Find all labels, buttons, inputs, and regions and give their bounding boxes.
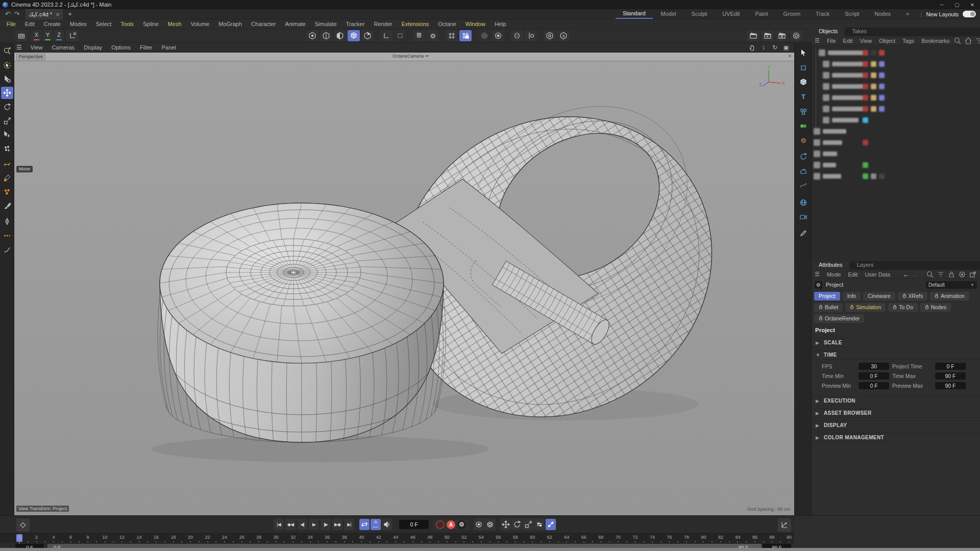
viewport-solo-button[interactable] — [478, 30, 491, 41]
attributes-menu-user-data[interactable]: User Data — [862, 271, 893, 278]
objects-menu-bookmarks[interactable]: Bookmarks — [918, 37, 952, 44]
viewport-menu-display[interactable]: Display — [79, 43, 107, 52]
menu-window[interactable]: Window — [461, 20, 490, 28]
object-row[interactable] — [812, 92, 980, 104]
prev-key-button[interactable]: ◆◀ — [285, 519, 296, 530]
spline-pen-tool[interactable] — [1, 158, 13, 170]
render-settings-button[interactable] — [776, 30, 788, 41]
menu-tools[interactable]: Tools — [116, 20, 138, 28]
record-parameter-button[interactable] — [534, 519, 545, 530]
forward-icon[interactable]: → — [912, 271, 918, 278]
keyframe-settings-button[interactable]: ⚙ — [457, 520, 466, 529]
record-scene-button[interactable] — [436, 520, 445, 529]
palette-cube-icon[interactable] — [797, 76, 810, 89]
render-view-button[interactable] — [747, 30, 760, 41]
layout-tab-track[interactable]: Track — [808, 10, 837, 18]
tab-objects[interactable]: Objects — [812, 28, 845, 36]
attribute-tab-cineware[interactable]: Cineware — [863, 292, 895, 300]
object-tag-chip[interactable] — [863, 72, 868, 78]
palette-spline-icon[interactable] — [797, 179, 810, 192]
dolly-icon[interactable]: ↕ — [760, 44, 768, 51]
modeling-settings-button[interactable] — [544, 30, 556, 41]
object-tag-chip[interactable] — [871, 106, 876, 112]
attributes-burger-icon[interactable]: ☰ — [815, 271, 820, 278]
palette-rectangle-icon[interactable] — [797, 61, 810, 74]
time_min-field[interactable]: 0 F — [859, 372, 889, 380]
preset-dropdown[interactable]: Default ▼ — [926, 281, 977, 289]
next-key-button[interactable]: ▶◆ — [332, 519, 342, 530]
section-scale[interactable]: ▶SCALE — [812, 338, 980, 347]
palette-protractor-icon[interactable] — [797, 164, 810, 178]
layout-tab-script[interactable]: Script — [838, 10, 866, 18]
sound-button[interactable] — [382, 519, 392, 530]
popout-icon[interactable] — [969, 270, 977, 279]
object-tag-chip[interactable] — [879, 72, 885, 78]
record-position-button[interactable] — [501, 519, 511, 530]
redo-icon[interactable]: ↷ — [12, 10, 21, 18]
menu-help[interactable]: Help — [490, 20, 511, 28]
live-selection-tool[interactable] — [1, 59, 13, 71]
multi-transform-tool[interactable] — [1, 143, 13, 155]
orbit-icon[interactable]: ↻ — [771, 44, 779, 51]
tab-close-icon[interactable]: ✕ — [56, 12, 60, 17]
axis-lock-x-button[interactable]: X — [32, 30, 41, 41]
object-tag-chip[interactable] — [863, 61, 868, 67]
back-icon[interactable]: ← — [903, 271, 909, 278]
menu-character[interactable]: Character — [247, 20, 280, 28]
object-tag-chip[interactable] — [863, 140, 868, 145]
attribute-tab-bullet[interactable]: Bullet — [814, 303, 843, 312]
palette-sphere-array-icon[interactable] — [797, 105, 810, 118]
tweak-tool[interactable] — [1, 73, 13, 85]
viewport-menu-view[interactable]: View — [26, 43, 47, 52]
loop-playback-button[interactable] — [359, 519, 370, 530]
menu-file[interactable]: File — [2, 20, 20, 28]
jump-start-button[interactable]: |◀ — [274, 519, 284, 530]
menu-mesh[interactable]: Mesh — [163, 20, 186, 28]
layout-tab-uvedit[interactable]: UVEdit — [715, 10, 747, 18]
close-button[interactable]: ✕ — [965, 0, 980, 9]
filter-icon[interactable] — [937, 270, 945, 279]
object-tag-chip[interactable] — [863, 162, 868, 168]
attribute-tab-to-do[interactable]: To Do — [888, 303, 917, 312]
section-execution[interactable]: ▶EXECUTION — [812, 396, 980, 406]
attributes-menu-mode[interactable]: Mode — [824, 271, 844, 278]
record-rotation-button[interactable] — [512, 519, 522, 530]
filter-icon[interactable] — [975, 37, 980, 45]
menu-tracker[interactable]: Tracker — [341, 20, 370, 28]
menu-octane[interactable]: Octane — [433, 20, 460, 28]
object-list[interactable] — [812, 45, 980, 261]
menu-simulate[interactable]: Simulate — [310, 20, 341, 28]
object-row[interactable] — [812, 126, 980, 137]
attribute-tab-nodes[interactable]: Nodes — [920, 303, 951, 312]
mode-texture-button[interactable] — [361, 30, 374, 41]
section-time[interactable]: ▼TIME — [812, 350, 980, 360]
viewport-burger-icon[interactable]: ☰ — [16, 44, 22, 51]
preview_min-field[interactable]: 0 F — [859, 382, 889, 389]
object-tag-chip[interactable] — [871, 72, 876, 78]
object-tag-chip[interactable] — [871, 173, 876, 179]
layout-tab-sculpt[interactable]: Sculpt — [684, 10, 715, 18]
palette-cursor-icon[interactable] — [797, 46, 810, 59]
gizmo-toggle-button[interactable] — [492, 30, 504, 41]
octane-render-button[interactable] — [790, 30, 802, 41]
mode-edges-button[interactable] — [320, 30, 332, 41]
measure-tool[interactable] — [1, 230, 13, 242]
object-tag-chip[interactable] — [879, 173, 885, 179]
object-row[interactable] — [812, 148, 980, 160]
timeline-ruler[interactable]: 0246810121416182022242628303234363840424… — [0, 533, 794, 543]
record-active-objects-button[interactable] — [474, 519, 484, 530]
layout-tab-model[interactable]: Model — [654, 10, 683, 18]
palette-camera-icon[interactable] — [797, 210, 810, 223]
object-tag-chip[interactable] — [863, 117, 868, 123]
object-tag-chip[interactable] — [879, 95, 885, 101]
menu-extensions[interactable]: Extensions — [397, 20, 433, 28]
viewport-menu-panel[interactable]: Panel — [157, 43, 181, 52]
fcurve-button[interactable] — [778, 518, 791, 532]
prev-frame-button[interactable]: ◀| — [297, 519, 307, 530]
object-tag-chip[interactable] — [879, 50, 885, 56]
menu-mograph[interactable]: MoGraph — [214, 20, 247, 28]
object-row[interactable] — [812, 59, 980, 70]
mode-points-button[interactable] — [306, 30, 318, 41]
object-tag-chip[interactable] — [871, 84, 876, 89]
brush-tool[interactable] — [1, 200, 13, 212]
